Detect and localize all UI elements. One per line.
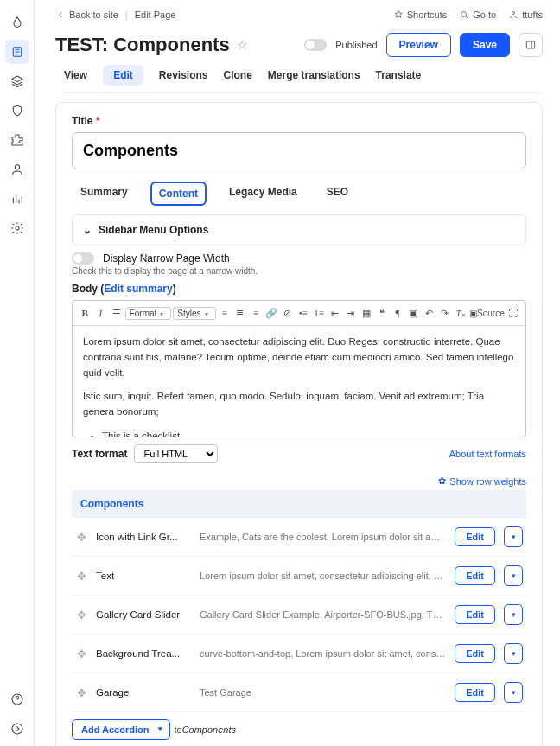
- paragraph-icon[interactable]: ¶: [391, 304, 404, 322]
- drag-handle-icon[interactable]: ✥: [75, 609, 87, 622]
- text-format-label: Text format: [72, 448, 127, 460]
- component-summary: Lorem ipsum dolor sit amet, consectetur …: [200, 571, 446, 581]
- rail-settings-icon[interactable]: [5, 216, 29, 240]
- tab-view[interactable]: View: [64, 69, 87, 86]
- redo-icon[interactable]: ↷: [438, 304, 452, 322]
- indent-icon[interactable]: ⇥: [343, 304, 357, 322]
- about-text-formats-link[interactable]: About text formats: [449, 449, 526, 459]
- svg-point-2: [16, 226, 19, 230]
- number-list-icon[interactable]: 1≡: [312, 304, 326, 322]
- media-icon[interactable]: ▣: [406, 304, 420, 322]
- subtab-seo[interactable]: SEO: [320, 182, 355, 206]
- component-actions-dropdown[interactable]: ▾: [504, 565, 523, 586]
- chevron-down-icon: ⌄: [83, 224, 92, 236]
- rail-puzzle-icon[interactable]: [5, 128, 29, 152]
- narrow-width-toggle[interactable]: [72, 252, 94, 265]
- narrow-width-help: Check this to display the page at a narr…: [72, 266, 526, 276]
- edit-component-button[interactable]: Edit: [455, 683, 495, 702]
- subtab-content[interactable]: Content: [150, 182, 207, 206]
- published-toggle[interactable]: [304, 39, 327, 51]
- link-icon[interactable]: 🔗: [264, 304, 278, 322]
- drag-handle-icon[interactable]: ✥: [75, 647, 87, 660]
- rail-water-icon[interactable]: [5, 10, 29, 35]
- quote-icon[interactable]: ❝: [375, 304, 389, 322]
- user-menu[interactable]: ttufts: [508, 10, 543, 20]
- rail-reports-icon[interactable]: [5, 187, 29, 211]
- remove-format-icon[interactable]: ☰: [109, 304, 123, 322]
- format-dropdown[interactable]: Format: [125, 307, 172, 320]
- outdent-icon[interactable]: ⇤: [328, 304, 341, 322]
- user-icon: [508, 10, 519, 20]
- sidebar-menu-accordion[interactable]: ⌄ Sidebar Menu Options: [72, 214, 526, 245]
- drag-handle-icon[interactable]: ✥: [75, 686, 87, 699]
- primary-tabs: View Edit Revisions Clone Merge translat…: [64, 69, 543, 93]
- align-right-icon[interactable]: ≡: [249, 304, 263, 322]
- edit-component-button[interactable]: Edit: [455, 605, 495, 624]
- undo-icon[interactable]: ↶: [422, 304, 436, 322]
- component-row: ✥ Garage Test Garage Edit ▾: [72, 673, 526, 712]
- rte-content[interactable]: Lorem ipsum dolor sit amet, consectetur …: [73, 326, 525, 437]
- svg-point-6: [512, 12, 515, 15]
- sidebar-toggle-button[interactable]: [519, 33, 543, 57]
- published-label: Published: [335, 40, 377, 50]
- edit-form-card: Title * Summary Content Legacy Media SEO…: [55, 102, 543, 746]
- shortcuts-link[interactable]: Shortcuts: [393, 10, 447, 20]
- component-row: ✥ Gallery Card Slider Gallery Card Slide…: [72, 596, 526, 634]
- table-icon[interactable]: ▦: [360, 304, 373, 322]
- tab-merge[interactable]: Merge translations: [268, 69, 360, 86]
- component-actions-dropdown[interactable]: ▾: [504, 682, 523, 703]
- search-icon: [459, 10, 469, 20]
- subtab-summary[interactable]: Summary: [73, 182, 135, 206]
- drag-handle-icon[interactable]: ✥: [75, 531, 87, 544]
- rail-content-icon[interactable]: [5, 40, 29, 64]
- clear-icon[interactable]: Tₓ: [454, 304, 468, 322]
- svg-point-1: [15, 165, 19, 169]
- tab-translate[interactable]: Translate: [376, 69, 422, 86]
- favorite-star-icon[interactable]: ☆: [237, 38, 248, 52]
- subtab-legacy-media[interactable]: Legacy Media: [222, 182, 304, 206]
- component-actions-dropdown[interactable]: ▾: [504, 604, 523, 625]
- chevron-left-icon: [55, 10, 66, 20]
- styles-dropdown[interactable]: Styles: [173, 307, 215, 320]
- edit-summary-link[interactable]: Edit summary: [104, 283, 172, 295]
- drag-handle-icon[interactable]: ✥: [75, 570, 87, 583]
- preview-button[interactable]: Preview: [386, 33, 451, 57]
- add-component-select[interactable]: Add Accordion: [72, 719, 170, 740]
- align-left-icon[interactable]: ≡: [218, 304, 232, 322]
- component-summary: curve-bottom-and-top, Lorem ipsum dolor …: [200, 648, 446, 659]
- align-center-icon[interactable]: ≣: [233, 304, 247, 322]
- rail-shield-icon[interactable]: [5, 99, 29, 123]
- italic-icon[interactable]: I: [93, 304, 107, 322]
- bullet-list-icon[interactable]: •≡: [296, 304, 310, 322]
- text-format-select[interactable]: Full HTML: [134, 444, 218, 463]
- component-actions-dropdown[interactable]: ▾: [504, 526, 523, 547]
- title-input[interactable]: [72, 132, 526, 169]
- breadcrumb-current: Edit Page: [135, 10, 176, 20]
- save-button[interactable]: Save: [460, 33, 510, 57]
- tab-edit[interactable]: Edit: [103, 65, 143, 86]
- goto-link[interactable]: Go to: [459, 10, 496, 20]
- show-row-weights-link[interactable]: ✿ Show row weights: [72, 475, 526, 487]
- source-button[interactable]: ▣ Source: [469, 304, 505, 322]
- bold-icon[interactable]: B: [78, 304, 92, 322]
- body-field-label: Body (Edit summary): [72, 283, 526, 295]
- edit-component-button[interactable]: Edit: [455, 527, 495, 546]
- gear-icon: ✿: [438, 475, 446, 487]
- maximize-icon[interactable]: ⛶: [506, 304, 520, 322]
- component-summary: Test Garage: [200, 687, 446, 698]
- rail-collapse-icon[interactable]: [5, 717, 29, 741]
- component-type: Garage: [96, 687, 191, 698]
- tab-revisions[interactable]: Revisions: [159, 69, 208, 86]
- component-type: Text: [96, 571, 191, 581]
- svg-rect-7: [526, 41, 534, 48]
- back-to-site-link[interactable]: Back to site: [55, 10, 118, 20]
- component-actions-dropdown[interactable]: ▾: [504, 643, 523, 664]
- rail-layers-icon[interactable]: [5, 69, 29, 93]
- tab-clone[interactable]: Clone: [224, 69, 252, 86]
- edit-component-button[interactable]: Edit: [455, 644, 495, 663]
- unlink-icon[interactable]: ⊘: [280, 304, 294, 322]
- rail-help-icon[interactable]: [5, 687, 29, 711]
- edit-component-button[interactable]: Edit: [455, 566, 495, 585]
- admin-rail: [0, 0, 35, 746]
- rail-user-icon[interactable]: [5, 157, 29, 182]
